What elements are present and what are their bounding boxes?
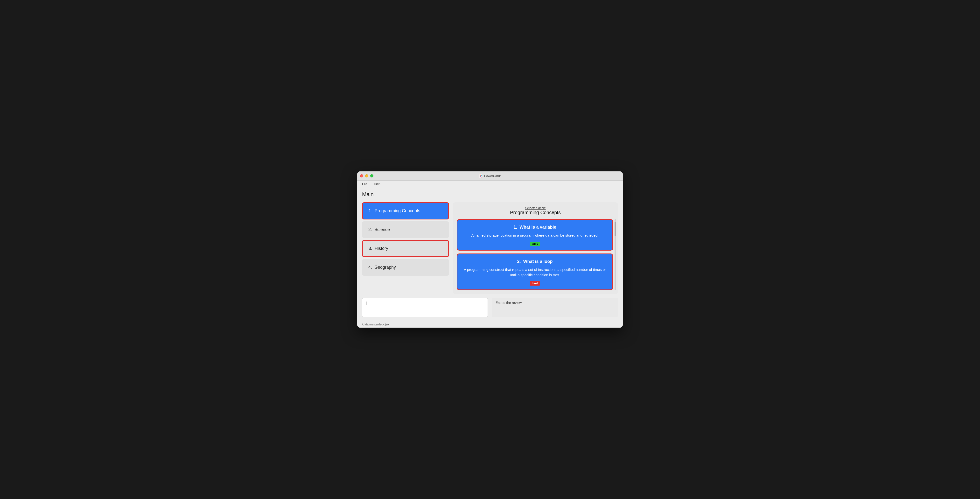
card-1[interactable]: 1. What is a variable A named storage lo… [457, 219, 613, 250]
card-2-answer: A programming construct that repeats a s… [463, 267, 606, 278]
close-button[interactable] [360, 174, 363, 177]
card-1-answer: A named storage location in a program wh… [463, 233, 606, 238]
card-2-tag: hard [530, 281, 540, 285]
minimize-button[interactable] [365, 174, 368, 177]
deck-item-3[interactable]: 3. History [362, 240, 449, 257]
card-1-tag: easy [530, 242, 540, 246]
selected-deck-name: Programming Concepts [457, 210, 614, 215]
cards-panel: Selected deck: Programming Concepts 1. W… [453, 202, 618, 294]
status-area: Ended the review. [492, 298, 618, 317]
traffic-lights [360, 174, 374, 177]
card-2-question: 2. What is a loop [463, 259, 606, 264]
card-1-tag-container: easy [463, 242, 606, 246]
deck-3-label: 3. History [369, 246, 388, 251]
cards-scrollable[interactable]: 1. What is a variable A named storage lo… [457, 219, 614, 290]
selected-deck-header: Selected deck: Programming Concepts [457, 206, 614, 215]
card-1-question: 1. What is a variable [463, 225, 606, 230]
card-2[interactable]: 2. What is a loop A programming construc… [457, 253, 613, 290]
deck-item-2[interactable]: 2. Science [362, 222, 449, 238]
menu-help[interactable]: Help [373, 182, 381, 186]
scroll-thumb [614, 222, 616, 236]
menubar: File Help [357, 180, 623, 187]
deck-4-label: 4. Geography [368, 265, 396, 269]
maximize-button[interactable] [370, 174, 374, 177]
app-window: 🃏 PowerCards File Help Main 1. Programmi… [357, 171, 623, 328]
deck-list-panel: 1. Programming Concepts 2. Science 3. Hi… [362, 202, 449, 294]
main-content: 1. Programming Concepts 2. Science 3. Hi… [362, 202, 618, 294]
deck-2-label: 2. Science [368, 227, 390, 232]
card-2-tag-container: hard [463, 281, 606, 285]
titlebar: 🃏 PowerCards [357, 171, 623, 180]
deck-1-label: 1. Programming Concepts [369, 208, 420, 213]
menu-file[interactable]: File [361, 182, 368, 186]
deck-item-1[interactable]: 1. Programming Concepts [362, 202, 449, 220]
scroll-indicator [614, 219, 616, 290]
command-input[interactable] [362, 298, 488, 317]
deck-item-4[interactable]: 4. Geography [362, 259, 449, 276]
app-icon: 🃏 [479, 174, 483, 178]
page-title: Main [362, 191, 618, 198]
window-title: 🃏 PowerCards [479, 174, 501, 178]
selected-deck-label: Selected deck: [457, 206, 614, 210]
bottom-section: Ended the review. [362, 298, 618, 317]
footer: /data/masterdeck.json [357, 321, 623, 328]
app-body: Main 1. Programming Concepts 2. Science … [357, 187, 623, 321]
file-path: /data/masterdeck.json [362, 323, 390, 326]
status-text: Ended the review. [496, 301, 522, 305]
